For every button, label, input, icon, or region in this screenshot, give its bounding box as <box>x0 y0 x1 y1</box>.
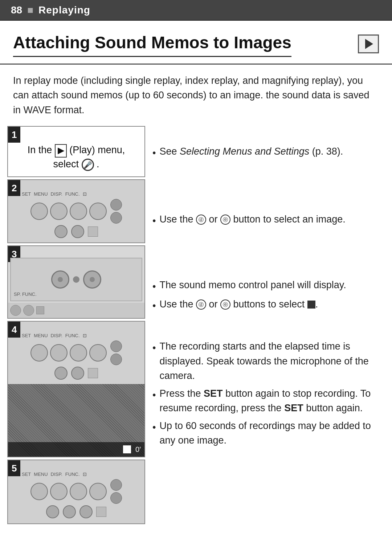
dial-icon-left-4: ⓓ <box>196 299 206 310</box>
step4-bottom-row <box>11 367 142 381</box>
header-divider: ■ <box>27 3 33 17</box>
step5-micro-top <box>110 479 122 491</box>
dial-icon-left-3: ⓓ <box>196 215 206 225</box>
content-area: 1 In the ▶ (Play) menu, select 🎤 . 2 <box>0 126 392 526</box>
step5-btn-set <box>30 483 48 500</box>
dial-icon-right-4: ⓔ <box>220 299 230 310</box>
record-square-icon <box>307 301 315 309</box>
bullet-dot-5c: • <box>152 420 156 448</box>
time-counter: 0' <box>135 444 141 454</box>
dial-right-center <box>90 277 95 282</box>
step-1-box: 1 In the ▶ (Play) menu, select 🎤 . <box>7 126 145 177</box>
step4-micro-top <box>110 340 122 352</box>
step-2-number: 2 <box>8 180 20 196</box>
step5-round-c <box>79 505 93 518</box>
step1-text-in: In the <box>28 144 55 155</box>
step5-sq <box>96 507 106 517</box>
step5-bullet-1-text: The recording starts and the elapsed tim… <box>159 339 385 383</box>
step4-bullet-2: • Use the ⓓ or ⓔ buttons to select . <box>152 297 385 313</box>
bullet-dot-4a: • <box>152 279 156 294</box>
step-5-panel: SET MENU DISP. FUNC. ⊡ <box>8 460 144 523</box>
play-triangle-icon <box>365 39 373 49</box>
step4-image-area: 0' <box>8 384 144 457</box>
step5-bullets: • The recording starts and the elapsed t… <box>152 335 385 460</box>
label-menu: MENU <box>34 191 48 197</box>
micro-btn-bottom <box>110 212 122 224</box>
step5-bullet-2-text: Press the SET button again to stop recor… <box>159 386 385 416</box>
step5-bullet-3-text: Up to 60 seconds of recordings may be ad… <box>159 419 385 448</box>
record-icon <box>123 445 131 453</box>
step4-round-b <box>71 367 84 380</box>
set-bold-2: SET <box>284 403 303 413</box>
step4-bullet-1: • The sound memo control panel will disp… <box>152 278 385 294</box>
step4-extra-btns <box>110 340 122 365</box>
bullet-dot-5b: • <box>152 388 156 416</box>
step4-bullet-1-text: The sound memo control panel will displa… <box>159 278 346 294</box>
dial-mid <box>73 276 79 283</box>
step5-btn-disp <box>70 483 87 500</box>
main-title: Attaching Sound Memos to Images <box>13 31 291 57</box>
step4-btn-menu <box>50 344 68 362</box>
step5-round-a <box>46 505 59 518</box>
step4-btn-func <box>89 344 107 362</box>
step4-label-disp: DISP. <box>51 332 62 339</box>
step5-btn-menu <box>50 483 68 500</box>
step1-italic: Selecting Menus and Settings <box>180 146 309 157</box>
btn-sq <box>88 227 98 237</box>
step4-label-extra: ⊡ <box>83 332 87 339</box>
step2-panel-labels: SET MENU DISP. FUNC. ⊡ <box>11 191 142 197</box>
step4-sq <box>88 368 98 378</box>
step-3-content: SP. FUNC. <box>8 246 144 318</box>
step5-round-b <box>63 505 76 518</box>
header-bar: 88 ■ Replaying <box>0 0 392 21</box>
step-5-number: 5 <box>8 460 20 476</box>
step4-label-menu: MENU <box>34 332 48 339</box>
step5-label-func: FUNC. <box>65 471 80 478</box>
step4-bullet-2-text: Use the ⓓ or ⓔ buttons to select . <box>159 297 318 313</box>
step-2-box: 2 SET MENU DISP. FUNC. ⊡ <box>7 179 145 243</box>
step5-extra-btns <box>110 479 122 504</box>
step-5-box: 5 SET MENU DISP. FUNC. ⊡ <box>7 460 145 524</box>
label-set: SET <box>22 191 31 197</box>
btn-round-b <box>71 225 84 238</box>
label-extra: ⊡ <box>83 191 87 197</box>
step5-btn-func <box>89 483 107 500</box>
btn-round-a <box>54 225 68 238</box>
bullet-dot-1: • <box>152 146 156 160</box>
step1-text-period: . <box>97 159 99 170</box>
dial-left-center <box>58 277 63 282</box>
step3-btn2 <box>23 305 34 316</box>
header-title: Replaying <box>38 3 90 17</box>
step4-panel-spacer <box>152 240 385 274</box>
step4-bullets: • The sound memo control panel will disp… <box>152 274 385 325</box>
step3-bullet-1: • Use the ⓓ or ⓔ button to select an ima… <box>152 212 385 228</box>
step1-text-play: (Play) menu, <box>69 144 125 155</box>
step3-bullet-text: Use the ⓓ or ⓔ button to select an image… <box>159 212 345 228</box>
step5-bottom-row <box>11 505 142 521</box>
step3-bottom-btns <box>8 303 144 318</box>
dial-right <box>83 270 101 289</box>
step5-micro-bottom <box>110 492 122 504</box>
step5-label-menu: MENU <box>34 471 48 478</box>
step1-text-select: select <box>53 159 81 170</box>
page: 88 ■ Replaying Attaching Sound Memos to … <box>0 0 392 555</box>
step-4-panel: SET MENU DISP. FUNC. ⊡ <box>8 322 144 384</box>
step5-bullet-2: • Press the SET button again to stop rec… <box>152 386 385 416</box>
dial-icon-right-3: ⓔ <box>220 215 230 225</box>
step4-panel-labels: SET MENU DISP. FUNC. ⊡ <box>11 332 142 339</box>
step-1-number: 1 <box>8 127 20 143</box>
step4-label-set: SET <box>22 332 31 339</box>
label-disp: DISP. <box>51 191 62 197</box>
label-func: FUNC. <box>65 191 80 197</box>
dial-left <box>51 270 69 289</box>
step-2-panel: SET MENU DISP. FUNC. ⊡ <box>8 180 144 242</box>
step4-label-func: FUNC. <box>65 332 80 339</box>
step4-buttons-row <box>11 340 142 365</box>
step-4-number: 4 <box>8 322 20 338</box>
step5-panel-spacer <box>152 325 385 335</box>
right-column: • See Selecting Menus and Settings (p. 3… <box>152 126 385 526</box>
step4-overlay-bar: 0' <box>8 442 144 457</box>
step5-bullet-3: • Up to 60 seconds of recordings may be … <box>152 419 385 448</box>
btn-menu-2 <box>50 203 68 220</box>
step2-bottom-row <box>11 225 142 240</box>
